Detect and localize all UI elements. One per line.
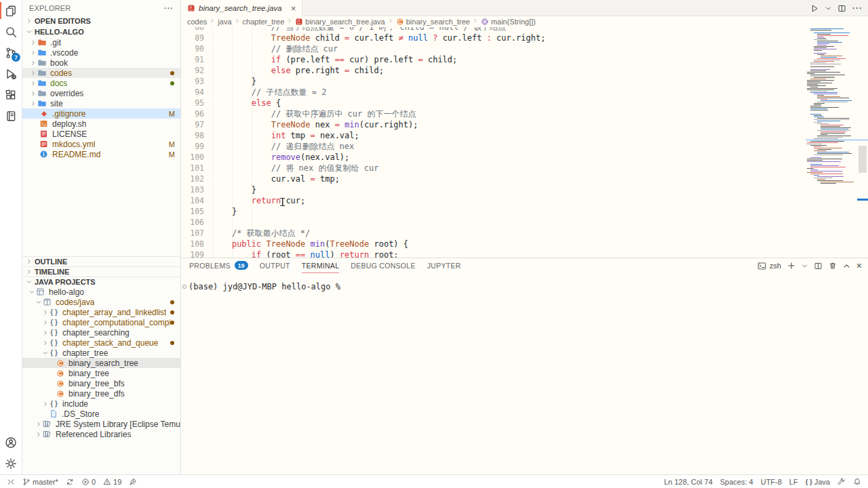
breadcrumb-item-java[interactable]: java — [218, 18, 231, 26]
shell-label[interactable]: zsh — [770, 262, 781, 270]
breadcrumb-item-codes[interactable]: codes — [187, 18, 207, 26]
code-line-102[interactable]: 102 cur.val = tmp; — [181, 174, 804, 184]
java-tree-row-binary-tree-bfs[interactable]: binary_tree_bfs — [22, 378, 180, 388]
code-line-107[interactable]: 107 /* 获取最小结点 */ — [181, 228, 804, 239]
status-language-java[interactable]: { }Java — [806, 478, 830, 486]
breadcrumb-item-main-String-[interactable]: main(String[]) — [481, 18, 536, 26]
java-tree-row-Referenced-Libraries[interactable]: Referenced Libraries — [22, 429, 180, 439]
file-row-book[interactable]: book — [22, 58, 180, 68]
panel-tab-problems[interactable]: PROBLEMS19 — [189, 258, 248, 273]
breadcrumb-item-binary-search-tree[interactable]: binary_search_tree — [396, 18, 470, 26]
breadcrumb-item-binary-search-tree-java[interactable]: binary_search_tree.java — [295, 18, 384, 26]
status-encoding[interactable]: UTF-8 — [761, 478, 782, 486]
code-line-96[interactable]: 96 // 获取中序遍历中 cur 的下一个结点 — [181, 108, 804, 119]
status-eol[interactable]: LF — [789, 478, 798, 486]
breadcrumb-item-chapter-tree[interactable]: chapter_tree — [243, 18, 285, 26]
java-tree-row-chapter-array-and-linkedlist[interactable]: { }chapter_array_and_linkedlist — [22, 307, 180, 317]
minimap[interactable] — [806, 27, 857, 258]
terminal[interactable]: (base) jyd@JYD-MBP hello-algo % — [181, 282, 868, 291]
file-row--vscode[interactable]: .vscode — [22, 47, 180, 58]
status-indentation[interactable]: Spaces: 4 — [720, 478, 753, 486]
java-tree-row-binary-tree-dfs[interactable]: binary_tree_dfs — [22, 388, 180, 399]
code-line-100[interactable]: 100 remove(nex.val); — [181, 152, 804, 163]
panel-tab-output[interactable]: OUTPUT — [260, 258, 290, 273]
activity-notebook-button[interactable] — [0, 105, 22, 126]
code-line-92[interactable]: 92 else pre.right = child; — [181, 65, 804, 76]
terminal-dropdown-icon[interactable] — [802, 263, 808, 269]
java-tree-row--DS-Store[interactable]: .DS_Store — [22, 409, 180, 419]
explorer-more-actions-button[interactable]: ··· — [164, 4, 174, 12]
code-line-105[interactable]: 105 } — [181, 206, 804, 217]
run-button[interactable] — [810, 4, 819, 13]
status-launch[interactable] — [129, 478, 137, 486]
activity-settings-button[interactable] — [0, 453, 22, 474]
file-row-README-md[interactable]: README.mdM — [22, 149, 180, 159]
code-line-101[interactable]: 101 // 将 nex 的值复制给 cur — [181, 163, 804, 174]
code-line-91[interactable]: 91 if (pre.left == cur) pre.left = child… — [181, 54, 804, 65]
status-remote[interactable] — [7, 478, 15, 486]
status-branch[interactable]: master* — [22, 478, 58, 486]
java-tree-row-chapter-searching[interactable]: { }chapter_searching — [22, 327, 180, 338]
status-warnings[interactable]: 19 — [103, 478, 121, 486]
outline-section[interactable]: OUTLINE — [22, 256, 180, 266]
java-tree-row-chapter-computational-complexity[interactable]: { }chapter_computational_complexity — [22, 317, 180, 327]
file-row-codes[interactable]: codes — [22, 68, 180, 78]
status-notifications[interactable] — [853, 478, 861, 486]
maximize-panel-button[interactable] — [843, 262, 850, 270]
run-dropdown-icon[interactable] — [825, 5, 831, 12]
file-row-site[interactable]: site — [22, 98, 180, 108]
scrollbar-slider[interactable] — [859, 146, 867, 173]
tab-binary-search-tree[interactable]: binary_search_tree.java × — [181, 0, 302, 16]
code-line-90[interactable]: 90 // 删除结点 cur — [181, 43, 804, 54]
java-projects-section[interactable]: JAVA PROJECTS — [22, 277, 180, 287]
activity-search-button[interactable] — [0, 21, 22, 42]
status-java-status[interactable] — [837, 478, 846, 486]
status-cursor-position[interactable]: Ln 128, Col 74 — [664, 478, 713, 486]
timeline-section[interactable]: TIMELINE — [22, 266, 180, 277]
code-line-104[interactable]: 104 return cur; — [181, 195, 804, 206]
code-line-109[interactable]: 109 if (root == null) return root; — [181, 249, 804, 258]
activity-account-button[interactable] — [0, 432, 22, 453]
file-row-overrides[interactable]: overrides — [22, 88, 180, 98]
activity-extensions-button[interactable] — [0, 84, 22, 105]
java-tree-row-include[interactable]: { }include — [22, 399, 180, 409]
editor-more-actions-button[interactable]: ··· — [852, 3, 863, 13]
file-row-mkdocs-yml[interactable]: mkdocs.ymlM — [22, 139, 180, 149]
java-tree-row-chapter-stack-and-queue[interactable]: { }chapter_stack_and_queue — [22, 338, 180, 348]
java-tree-row-codes-java[interactable]: codes/java — [22, 297, 180, 307]
panel-tab-debug-console[interactable]: DEBUG CONSOLE — [351, 258, 416, 273]
code-line-103[interactable]: 103 } — [181, 184, 804, 195]
code-editor[interactable]: 88 // 当子结点数量 = 0 / 1 时， child = null / 该… — [181, 27, 868, 258]
code-line-89[interactable]: 89 TreeNode child = cur.left ≠ null ? cu… — [181, 33, 804, 43]
workspace-root-section[interactable]: HELLO-ALGO — [22, 26, 180, 37]
panel-tab-jupyter[interactable]: JUPYTER — [427, 258, 461, 273]
file-row--git[interactable]: .git — [22, 37, 180, 47]
code-line-97[interactable]: 97 TreeNode nex = min(cur.right); — [181, 119, 804, 130]
open-editors-section[interactable]: OPEN EDITORS — [22, 16, 180, 26]
activity-source-control-button[interactable]: 7 — [0, 42, 22, 63]
code-line-98[interactable]: 98 int tmp = nex.val; — [181, 130, 804, 141]
file-row-LICENSE[interactable]: LICENSE — [22, 129, 180, 139]
code-line-93[interactable]: 93 } — [181, 76, 804, 87]
code-line-106[interactable]: 106 — [181, 217, 804, 228]
java-tree-row-binary-tree[interactable]: binary_tree — [22, 368, 180, 378]
split-terminal-button[interactable] — [814, 262, 823, 270]
code-line-94[interactable]: 94 // 子结点数量 = 2 — [181, 87, 804, 98]
file-row-deploy-sh[interactable]: deploy.sh — [22, 119, 180, 129]
code-line-88[interactable]: 88 // 当子结点数量 = 0 / 1 时， child = null / 该… — [181, 27, 804, 33]
status-errors[interactable]: 0 — [81, 478, 96, 486]
activity-explorer-button[interactable] — [0, 0, 22, 21]
new-terminal-button[interactable] — [787, 262, 795, 270]
java-tree-row-hello-algo[interactable]: hello-algo — [22, 287, 180, 297]
code-line-95[interactable]: 95 else { — [181, 98, 804, 108]
code-line-99[interactable]: 99 // 递归删除结点 nex — [181, 141, 804, 152]
file-row-docs[interactable]: docs — [22, 78, 180, 88]
close-panel-button[interactable]: × — [856, 260, 862, 271]
panel-tab-terminal[interactable]: TERMINAL — [302, 258, 340, 273]
java-tree-row-binary-search-tree[interactable]: binary_search_tree — [22, 358, 180, 368]
activity-run-debug-button[interactable] — [0, 63, 22, 84]
java-tree-row-JRE-System-Library-Eclipse-Temurin-17-17-[interactable]: JRE System Library [Eclipse Temurin 17 [… — [22, 419, 180, 429]
status-sync[interactable] — [66, 478, 74, 486]
close-icon[interactable]: × — [291, 4, 296, 13]
code-line-108[interactable]: 108 public TreeNode min(TreeNode root) { — [181, 239, 804, 249]
